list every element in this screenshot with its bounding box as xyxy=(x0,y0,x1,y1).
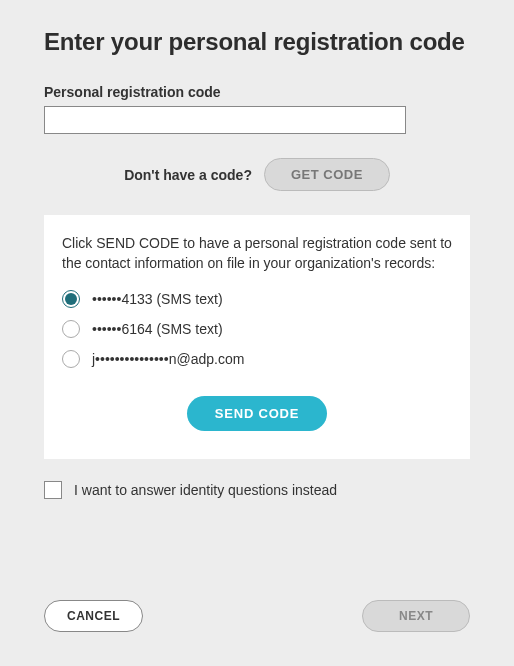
cancel-button[interactable]: CANCEL xyxy=(44,600,143,632)
radio-icon xyxy=(62,290,80,308)
registration-code-input[interactable] xyxy=(44,106,406,134)
registration-code-label: Personal registration code xyxy=(44,84,470,100)
contact-option-label: ••••••6164 (SMS text) xyxy=(92,321,223,337)
no-code-prompt: Don't have a code? xyxy=(124,167,252,183)
contact-option-label: ••••••4133 (SMS text) xyxy=(92,291,223,307)
contact-option-0[interactable]: ••••••4133 (SMS text) xyxy=(62,290,452,308)
contact-options-group: ••••••4133 (SMS text) ••••••6164 (SMS te… xyxy=(62,290,452,368)
send-code-panel: Click SEND CODE to have a personal regis… xyxy=(44,215,470,459)
next-button[interactable]: NEXT xyxy=(362,600,470,632)
radio-icon xyxy=(62,350,80,368)
send-code-button[interactable]: SEND CODE xyxy=(187,396,328,431)
contact-option-2[interactable]: j•••••••••••••••n@adp.com xyxy=(62,350,452,368)
page-title: Enter your personal registration code xyxy=(44,28,470,56)
contact-option-label: j•••••••••••••••n@adp.com xyxy=(92,351,244,367)
identity-questions-label: I want to answer identity questions inst… xyxy=(74,482,337,498)
panel-instruction: Click SEND CODE to have a personal regis… xyxy=(62,233,452,274)
identity-questions-checkbox[interactable] xyxy=(44,481,62,499)
footer: CANCEL NEXT xyxy=(0,600,514,632)
get-code-button[interactable]: GET CODE xyxy=(264,158,390,191)
radio-icon xyxy=(62,320,80,338)
contact-option-1[interactable]: ••••••6164 (SMS text) xyxy=(62,320,452,338)
